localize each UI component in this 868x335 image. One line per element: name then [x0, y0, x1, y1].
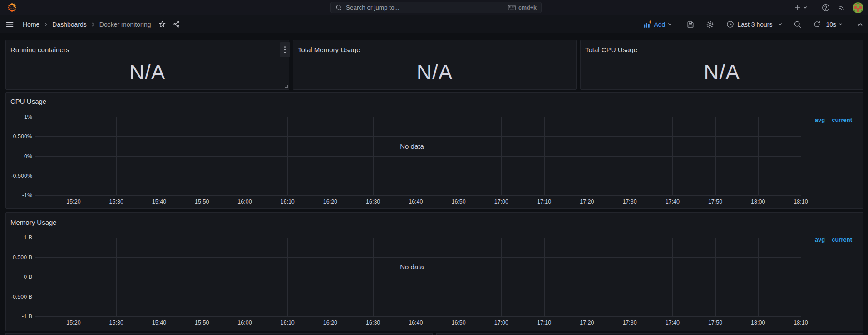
search-shortcut-label: cmd+k	[518, 5, 537, 11]
no-data-label: No data	[400, 142, 424, 150]
gridline-vertical	[544, 117, 545, 195]
plot-area[interactable]: No data 15:2015:3015:4015:5016:0016:1016…	[35, 117, 801, 195]
panel-title[interactable]: Total CPU Usage	[585, 46, 637, 53]
x-tick-label: 15:40	[152, 320, 166, 326]
breadcrumb-dashboards[interactable]: Dashboards	[52, 21, 87, 28]
gridline-horizontal	[35, 257, 801, 258]
gridline-horizontal	[35, 238, 801, 238]
chevron-down-icon	[803, 5, 808, 10]
new-button[interactable]	[794, 4, 808, 11]
zoom-out-icon	[794, 20, 802, 29]
x-tick-label: 15:20	[66, 320, 80, 326]
x-tick-label: 16:40	[409, 320, 423, 326]
panel-title[interactable]: Running containers	[10, 46, 69, 53]
menu-icon	[5, 20, 14, 29]
gridline-vertical	[74, 117, 74, 195]
gridline-horizontal	[35, 195, 801, 196]
x-tick-label: 16:20	[323, 199, 337, 205]
panel-resize-handle[interactable]	[285, 85, 288, 88]
favorite-button[interactable]	[158, 20, 166, 28]
legend-header-current[interactable]: current	[832, 117, 852, 123]
search-placeholder: Search or jump to...	[346, 4, 399, 11]
gridline-vertical	[202, 238, 202, 316]
panel-cpu-usage-graph: CPU Usage avg current 1%0.500%0%-0.500%-…	[5, 92, 863, 209]
zoom-out-time-button[interactable]	[794, 20, 802, 29]
x-tick-label: 16:30	[366, 199, 380, 205]
gridline-vertical	[116, 117, 117, 195]
x-tick-label: 17:00	[494, 199, 508, 205]
legend-header-current[interactable]: current	[832, 236, 852, 243]
save-dashboard-button[interactable]	[686, 20, 695, 29]
user-avatar[interactable]	[853, 2, 863, 13]
gridline-horizontal	[35, 156, 801, 157]
panel-total-cpu-usage: Total CPU Usage N/A	[580, 40, 863, 90]
toolbar-divider	[851, 20, 851, 29]
time-range-picker[interactable]: Last 3 hours	[726, 20, 783, 28]
x-tick-label: 17:10	[537, 320, 551, 326]
gridline-vertical	[758, 117, 759, 195]
chevron-down-icon	[838, 22, 843, 27]
y-tick-label: -0.500 B	[11, 294, 32, 300]
panel-title[interactable]: Memory Usage	[10, 218, 57, 226]
gridline-vertical	[373, 238, 374, 316]
mega-menu-button[interactable]	[5, 20, 14, 29]
share-icon	[173, 20, 180, 28]
refresh-button[interactable]	[813, 20, 821, 28]
panel-total-memory-usage: Total Memory Usage N/A	[293, 40, 577, 90]
panel-running-containers: Running containers N/A	[5, 40, 289, 90]
panel-menu-button[interactable]	[280, 42, 290, 57]
news-button[interactable]	[838, 4, 846, 12]
grafana-logo-icon	[7, 2, 17, 13]
panel-title[interactable]: Total Memory Usage	[298, 46, 360, 53]
legend-header-avg[interactable]: avg	[815, 117, 825, 123]
x-tick-label: 15:30	[109, 199, 123, 205]
x-tick-label: 16:30	[366, 320, 380, 326]
add-panel-button[interactable]: Add	[643, 20, 672, 29]
refresh-icon	[813, 20, 821, 28]
gridline-horizontal	[35, 136, 801, 137]
y-tick-label: 0%	[24, 153, 32, 160]
avatar-image	[853, 2, 863, 13]
x-tick-label: 16:20	[323, 320, 337, 326]
gridline-vertical	[758, 238, 759, 316]
gridline-vertical	[416, 238, 416, 316]
gridline-vertical	[587, 238, 587, 316]
gridline-vertical	[330, 117, 330, 195]
breadcrumb-home[interactable]: Home	[23, 21, 39, 28]
panel-title[interactable]: CPU Usage	[10, 97, 46, 105]
legend: avg current	[815, 236, 852, 243]
plot-area[interactable]: No data 15:2015:3015:4015:5016:0016:1016…	[35, 238, 801, 316]
gridline-vertical	[801, 238, 801, 316]
gridline-horizontal	[35, 297, 801, 297]
grafana-logo[interactable]	[6, 2, 17, 13]
search-input[interactable]: Search or jump to... cmd+k	[330, 2, 542, 13]
y-tick-label: -1%	[22, 192, 32, 199]
gridline-vertical	[672, 117, 673, 195]
news-icon	[838, 4, 846, 12]
add-panel-label: Add	[654, 21, 665, 28]
gridline-horizontal	[35, 176, 801, 176]
x-tick-label: 16:50	[451, 199, 465, 205]
gridline-vertical	[159, 117, 159, 195]
x-tick-label: 18:10	[794, 199, 808, 205]
x-tick-label: 15:50	[195, 320, 209, 326]
legend-header-avg[interactable]: avg	[815, 236, 825, 243]
help-button[interactable]	[822, 4, 830, 12]
panel-memory-usage-graph: Memory Usage avg current 1 B0.500 B0 B-0…	[5, 212, 863, 331]
x-tick-label: 16:40	[409, 199, 423, 205]
refresh-interval-picker[interactable]: 10s	[826, 21, 843, 28]
refresh-interval-label: 10s	[826, 21, 836, 28]
collapse-toolbar-button[interactable]	[857, 21, 863, 28]
gridline-vertical	[630, 238, 630, 316]
dashboard-settings-button[interactable]	[706, 20, 714, 29]
gridline-vertical	[287, 117, 288, 195]
x-tick-label: 18:10	[794, 320, 808, 326]
save-icon	[686, 20, 695, 29]
help-icon	[822, 4, 830, 12]
share-button[interactable]	[173, 20, 180, 28]
x-tick-label: 17:00	[494, 320, 508, 326]
legend: avg current	[815, 117, 852, 123]
gridline-vertical	[501, 238, 502, 316]
gridline-vertical	[715, 238, 716, 316]
chevron-up-icon	[857, 21, 863, 28]
